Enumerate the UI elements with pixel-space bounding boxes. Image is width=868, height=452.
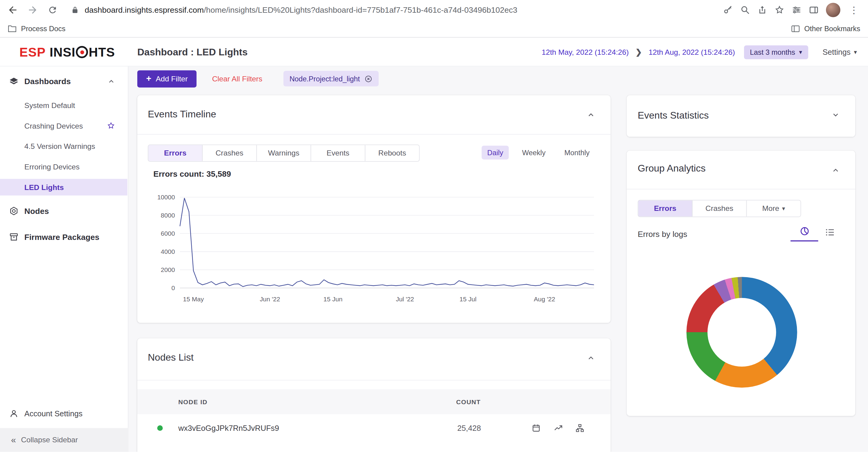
date-range-start[interactable]: 12th May, 2022 (15:24:26): [542, 48, 629, 56]
bookmark-star-icon[interactable]: [775, 5, 784, 15]
lock-icon: [71, 6, 79, 14]
sidebar-item-label: Crashing Devices: [25, 122, 83, 130]
caret-down-icon: ▾: [782, 205, 785, 211]
svg-text:2000: 2000: [161, 266, 175, 273]
calendar-icon[interactable]: [531, 423, 541, 433]
tab-reboots[interactable]: Reboots: [365, 145, 419, 161]
bookmark-folder[interactable]: Process Docs: [8, 25, 66, 33]
sidebar-section-dashboards[interactable]: Dashboards: [0, 73, 127, 90]
sidebar-account-label: Account Settings: [25, 409, 83, 418]
events-timeline-title: Events Timeline: [148, 109, 216, 120]
sitemap-icon[interactable]: [575, 423, 585, 433]
sidebar-firmware-label: Firmware Packages: [25, 233, 99, 241]
collapse-card-icon[interactable]: [587, 354, 595, 362]
tab-events[interactable]: Events: [311, 145, 365, 161]
table-row[interactable]: wx3vEoGgJPk7Rn5JvRUFs9 25,428: [137, 414, 611, 442]
favorite-star-icon[interactable]: [107, 122, 115, 130]
logo-target-icon: [76, 46, 88, 58]
tab-crashes[interactable]: Crashes: [692, 201, 746, 217]
tune-icon[interactable]: [792, 5, 802, 15]
date-range-end[interactable]: 12th Aug, 2022 (15:24:26): [648, 48, 735, 56]
tab-crashes[interactable]: Crashes: [202, 145, 256, 161]
column-count: COUNT: [456, 398, 480, 405]
time-range-selector[interactable]: Last 3 months ▾: [744, 45, 808, 59]
settings-label: Settings: [823, 48, 851, 56]
browser-nav-group: [0, 1, 61, 18]
period-weekly[interactable]: Weekly: [517, 146, 551, 159]
trend-icon[interactable]: [554, 423, 563, 433]
filter-chip-node-project[interactable]: Node.Project:led_light: [283, 71, 379, 86]
reload-button[interactable]: [44, 1, 61, 18]
svg-text:10000: 10000: [157, 194, 175, 201]
chevron-up-icon[interactable]: [107, 78, 115, 85]
sidebar-item-nodes[interactable]: Nodes: [0, 203, 127, 219]
tab-warnings[interactable]: Warnings: [256, 145, 310, 161]
sidebar-item-led-lights[interactable]: LED Lights: [0, 179, 127, 195]
sidebar-dashboards-label: Dashboards: [25, 77, 71, 86]
reload-icon: [48, 5, 58, 15]
add-filter-button[interactable]: + Add Filter: [137, 70, 196, 87]
forward-button[interactable]: [25, 1, 41, 18]
svg-text:15 Jul: 15 Jul: [459, 296, 476, 303]
chevron-down-icon: ▾: [854, 49, 857, 55]
sidebar-item-account-settings[interactable]: Account Settings: [0, 405, 127, 422]
list-view-toggle[interactable]: [825, 227, 835, 238]
collapse-card-icon[interactable]: [831, 166, 840, 174]
node-id-value[interactable]: wx3vEoGgJPk7Rn5JvRUFs9: [178, 424, 279, 432]
nut-icon: [9, 206, 19, 216]
side-panel-icon[interactable]: [809, 5, 819, 15]
collapse-card-icon[interactable]: [587, 111, 595, 119]
address-bar[interactable]: dashboard.insights.espressif.com/home/in…: [71, 1, 717, 18]
count-value: 25,428: [457, 424, 481, 432]
browser-actions: ⋮: [723, 3, 868, 17]
sidebar-item-crashing-devices[interactable]: Crashing Devices: [0, 117, 127, 134]
time-range-label: Last 3 months: [750, 48, 795, 56]
filter-chip-label: Node.Project:led_light: [289, 74, 360, 83]
tab-more[interactable]: More ▾: [746, 201, 800, 217]
errors-count-label: Errors count: 35,589: [153, 170, 231, 178]
search-icon[interactable]: [740, 5, 750, 15]
pie-view-toggle[interactable]: [790, 226, 818, 241]
collapse-sidebar-button[interactable]: « Collapse Sidebar: [0, 428, 128, 452]
page-title: Dashboard : LED Lights: [137, 37, 248, 66]
period-monthly[interactable]: Monthly: [559, 146, 595, 159]
sidebar-item-label: LED Lights: [25, 183, 64, 191]
sidebar-item-label: System Default: [25, 101, 75, 109]
donut-hole: [707, 298, 776, 367]
errors-by-logs-donut[interactable]: [686, 277, 797, 388]
chevron-down-icon: ▾: [799, 49, 802, 55]
list-icon: [825, 227, 835, 238]
layers-icon: [9, 77, 19, 87]
sidebar-item-45-version-warnings[interactable]: 4.5 Version Warnings: [0, 138, 127, 155]
back-button[interactable]: [4, 1, 21, 18]
sidebar-item-erroring-devices[interactable]: Erroring Devices: [0, 158, 127, 175]
other-bookmarks[interactable]: Other Bookmarks: [791, 25, 860, 33]
period-daily[interactable]: Daily: [482, 146, 509, 159]
person-icon: [9, 409, 19, 419]
remove-filter-icon[interactable]: [365, 74, 373, 83]
svg-text:4000: 4000: [161, 248, 175, 255]
svg-text:6000: 6000: [161, 230, 175, 237]
expand-card-icon[interactable]: [831, 111, 840, 119]
key-icon[interactable]: [723, 5, 733, 15]
tab-errors[interactable]: Errors: [638, 201, 692, 217]
profile-avatar[interactable]: [826, 3, 840, 17]
browser-menu-icon[interactable]: ⋮: [847, 5, 860, 14]
clear-all-filters-button[interactable]: Clear All Filters: [212, 74, 262, 83]
share-icon[interactable]: [757, 5, 767, 15]
screen: dashboard.insights.espressif.com/home/in…: [0, 0, 868, 452]
esp-insights-logo[interactable]: ESPINSIHTS: [19, 37, 115, 66]
date-separator-icon: ❯: [636, 48, 642, 56]
pie-chart-icon: [799, 226, 810, 237]
sidebar-item-system-default[interactable]: System Default: [0, 97, 127, 114]
events-timeline-card: Events Timeline Errors Crashes Warnings …: [137, 95, 611, 323]
main-content: + Add Filter Clear All Filters Node.Proj…: [128, 66, 868, 452]
nodes-list-title: Nodes List: [148, 352, 193, 363]
tab-errors[interactable]: Errors: [149, 145, 202, 161]
settings-menu[interactable]: Settings ▾: [823, 48, 857, 56]
sidebar-item-firmware-packages[interactable]: Firmware Packages: [0, 229, 127, 245]
group-analytics-title: Group Analytics: [638, 163, 706, 174]
svg-text:8000: 8000: [161, 212, 175, 219]
add-filter-label: Add Filter: [156, 74, 188, 83]
folder-icon: [8, 25, 17, 32]
